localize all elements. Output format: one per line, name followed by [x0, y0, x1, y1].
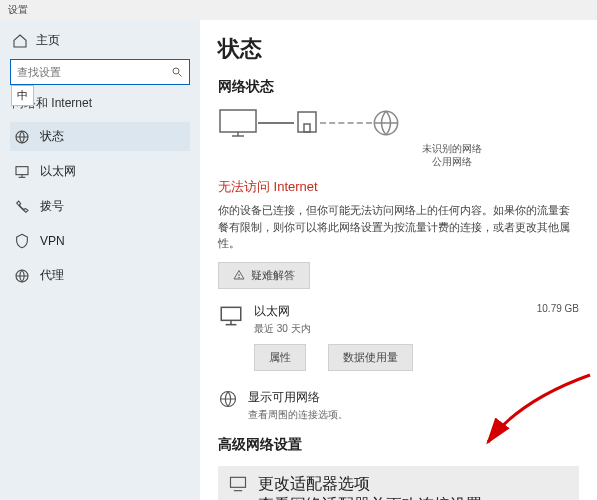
dialup-icon [14, 199, 30, 215]
svg-rect-10 [298, 112, 316, 132]
data-usage-button[interactable]: 数据使用量 [328, 344, 413, 371]
ethernet-row: 以太网 最近 30 天内 10.79 GB [218, 303, 579, 336]
computer-icon [218, 108, 258, 138]
svg-rect-19 [231, 477, 246, 487]
properties-button[interactable]: 属性 [254, 344, 306, 371]
home-icon [12, 33, 28, 49]
svg-line-1 [179, 74, 182, 77]
nav-label: 状态 [40, 128, 64, 145]
search-input-wrap[interactable]: 中 [10, 59, 190, 85]
svg-rect-11 [304, 124, 310, 132]
error-body: 你的设备已连接，但你可能无法访问网络上的任何内容。如果你的流量套餐有限制，则你可… [218, 202, 579, 252]
warning-icon [233, 269, 245, 281]
svg-point-14 [239, 277, 240, 278]
nav-item-status[interactable]: 状态 [10, 122, 190, 151]
svg-point-0 [173, 68, 179, 74]
ethernet-sub: 最近 30 天内 [254, 322, 527, 336]
network-caption: 未识别的网络 公用网络 [324, 142, 579, 168]
ethernet-name: 以太网 [254, 303, 527, 320]
sidebar: 主页 中 网络和 Internet 状态 以太网 拨号 VPN 代理 [0, 20, 200, 500]
show-networks-sub: 查看周围的连接选项。 [248, 408, 348, 422]
svg-rect-15 [221, 307, 241, 320]
adapter-icon [228, 474, 248, 494]
connection-line-solid [258, 122, 294, 124]
nav-label: 代理 [40, 267, 64, 284]
nav-label: 拨号 [40, 198, 64, 215]
nav-item-vpn[interactable]: VPN [10, 227, 190, 255]
nav-section-header: 网络和 Internet [10, 91, 190, 116]
svg-rect-7 [220, 110, 256, 132]
network-status-heading: 网络状态 [218, 78, 579, 96]
content-area: 状态 网络状态 未识别的网络 公用网络 无法访问 Internet 你的设备已连… [200, 20, 597, 500]
nav-label: 以太网 [40, 163, 76, 180]
ime-indicator: 中 [11, 85, 34, 106]
ethernet-data-usage: 10.79 GB [537, 303, 579, 314]
page-title: 状态 [218, 34, 579, 64]
nav-item-dialup[interactable]: 拨号 [10, 192, 190, 221]
search-icon [171, 66, 183, 78]
globe-small-icon [218, 389, 238, 409]
error-title: 无法访问 Internet [218, 178, 579, 196]
troubleshoot-label: 疑难解答 [251, 268, 295, 283]
window-title: 设置 [8, 4, 28, 15]
nav-item-ethernet[interactable]: 以太网 [10, 157, 190, 186]
adapter-sub: 查看网络适配器并更改连接设置。 [258, 495, 498, 501]
ethernet-icon [14, 164, 30, 180]
globe-icon [372, 109, 400, 137]
search-input[interactable] [17, 66, 171, 78]
router-icon [294, 108, 320, 138]
status-icon [14, 129, 30, 145]
network-diagram [218, 108, 579, 138]
advanced-heading: 高级网络设置 [218, 436, 579, 454]
show-networks-title: 显示可用网络 [248, 389, 348, 406]
nav-label: VPN [40, 234, 65, 248]
nav-item-proxy[interactable]: 代理 [10, 261, 190, 290]
ethernet-card-icon [218, 303, 244, 329]
connection-line-dashed [320, 122, 372, 124]
show-networks-link[interactable]: 显示可用网络 查看周围的连接选项。 [218, 389, 579, 422]
home-nav[interactable]: 主页 [10, 28, 190, 53]
home-label: 主页 [36, 32, 60, 49]
svg-rect-3 [16, 166, 28, 174]
proxy-icon [14, 268, 30, 284]
adapter-options-link[interactable]: 更改适配器选项 查看网络适配器并更改连接设置。 [218, 466, 579, 501]
window-titlebar: 设置 [0, 0, 597, 20]
troubleshoot-button[interactable]: 疑难解答 [218, 262, 310, 289]
adapter-title: 更改适配器选项 [258, 474, 498, 495]
vpn-icon [14, 233, 30, 249]
